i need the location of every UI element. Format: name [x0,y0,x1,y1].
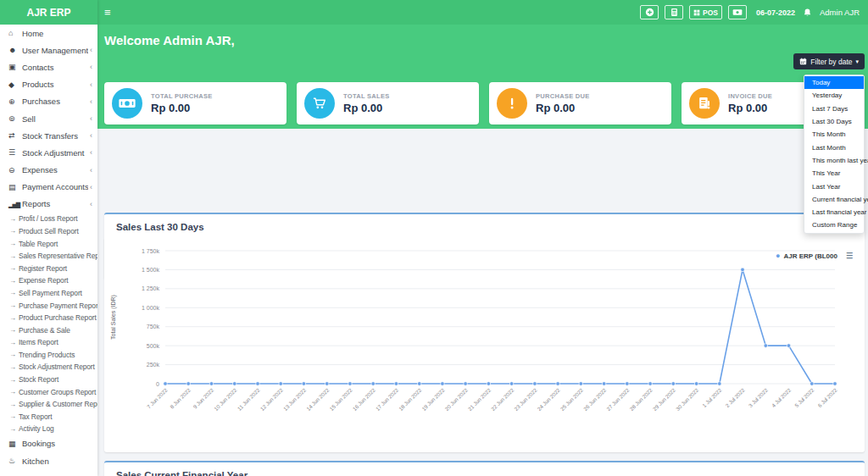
kpi-value: Rp 0.00 [536,102,590,114]
svg-text:0: 0 [156,381,159,387]
sidebar-item-label: Stock Adjustment [22,148,88,158]
svg-text:16 Jun 2022: 16 Jun 2022 [351,386,376,412]
sidebar-item-label: Contacts [22,63,88,72]
sidebar-subitem-customer-groups-report[interactable]: Customer Groups Report [0,385,97,398]
kpi-value: Rp 0.00 [151,102,213,114]
kpi-label: INVOICE DUE [728,92,772,100]
dropdown-option-current-financial-year[interactable]: Current financial year [804,193,864,206]
svg-text:25 Jun 2022: 25 Jun 2022 [559,386,585,412]
svg-text:21 Jun 2022: 21 Jun 2022 [467,386,492,412]
chevron-left-icon: ‹ [90,97,92,106]
hero-section: Welcome Admin AJR, Filter by date ▾ TOTA… [97,25,868,129]
cubes-icon: ◆ [8,80,22,89]
svg-text:1 750k: 1 750k [142,248,160,254]
svg-text:26 Jun 2022: 26 Jun 2022 [582,386,608,412]
sidebar-item-stock-adjustment[interactable]: ☰Stock Adjustment‹ [0,144,97,161]
fire-icon: ♨ [8,457,22,465]
sidebar-subitem-supplier-customer-report[interactable]: Supplier & Customer Report [0,398,97,411]
sidebar-subitem-tax-report[interactable]: Tax Report [0,411,97,423]
sidebar-item-user-management[interactable]: ☻User Management‹ [0,42,97,58]
dropdown-option-last-month[interactable]: Last Month [804,141,864,153]
kpi-value: Rp 0.00 [343,102,390,114]
sidebar-item-kitchen[interactable]: ♨Kitchen [0,452,97,469]
svg-text:4 Jul 2022: 4 Jul 2022 [771,386,793,408]
svg-text:19 Jun 2022: 19 Jun 2022 [420,386,446,412]
sidebar-subitem-product-sell-report[interactable]: Product Sell Report [0,225,97,238]
svg-text:2 Jul 2022: 2 Jul 2022 [724,386,746,408]
cash-register-button[interactable] [728,5,747,19]
sidebar-subitem-stock-adjustment-report[interactable]: Stock Adjustment Report [0,361,97,374]
button-label: POS [703,8,718,17]
dropdown-option-this-month[interactable]: This Month [804,128,864,141]
sidebar-item-expenses[interactable]: ⊖Expenses‹ [0,162,97,179]
dropdown-option-last-financial-year[interactable]: Last financial year [804,206,864,219]
svg-text:750k: 750k [147,324,160,329]
sidebar-item-label: Bookings [22,439,92,448]
sidebar-item-products[interactable]: ◆Products‹ [0,76,97,93]
dropdown-option-this-year[interactable]: This Year [804,167,864,180]
sidebar-subitem-purchase-sale[interactable]: Purchase & Sale [0,324,97,336]
sidebar-subitem-items-report[interactable]: Items Report [0,336,97,349]
svg-text:Total Sales (IDR): Total Sales (IDR) [110,295,117,340]
dropdown-option-last-7-days[interactable]: Last 7 Days [804,102,864,115]
sidebar-subitem-profit-loss-report[interactable]: Profit / Loss Report [0,213,97,225]
svg-text:11 Jun 2022: 11 Jun 2022 [236,386,261,411]
svg-text:24 Jun 2022: 24 Jun 2022 [536,386,561,412]
kpi-label: TOTAL PURCHASE [151,92,213,100]
welcome-heading: Welcome Admin AJR, [104,33,868,47]
chevron-left-icon: ‹ [90,63,92,71]
dropdown-option-custom-range[interactable]: Custom Range [804,219,864,231]
topbar: ≡ POS 06-07-2022 Admin AJR [97,0,868,25]
sidebar-item-purchases[interactable]: ⊕Purchases‹ [0,93,97,110]
sidebar-item-bookings[interactable]: ▦Bookings [0,435,97,452]
sidebar-subitem-stock-report[interactable]: Stock Report [0,374,97,386]
calculator-button[interactable] [665,5,683,19]
dropdown-option-this-month-last-year[interactable]: This month last year [804,154,864,167]
plus-circle-icon [645,8,654,17]
sidebar-item-label: Expenses [22,165,88,174]
sidebar-nav: ⌂Home☻User Management‹▣Contacts‹◆Product… [0,25,97,469]
user-menu[interactable]: Admin AJR [820,8,860,17]
current-date[interactable]: 06-07-2022 [756,8,795,17]
notifications-bell-icon[interactable] [803,8,812,18]
sidebar-subitem-purchase-payment-report[interactable]: Purchase Payment Report [0,299,97,312]
calculator-icon [670,8,678,17]
sidebar-item-reports[interactable]: ▂▅▇Reports‹ [0,196,97,213]
users-icon: ☻ [8,46,22,54]
sidebar-item-stock-transfers[interactable]: ⇄Stock Transfers‹ [0,127,97,144]
filter-by-date-button[interactable]: Filter by date ▾ [793,53,865,69]
svg-text:6 Jul 2022: 6 Jul 2022 [816,386,838,408]
sidebar-item-home[interactable]: ⌂Home [0,25,97,42]
svg-text:7 Jun 2022: 7 Jun 2022 [146,386,169,409]
svg-text:3 Jul 2022: 3 Jul 2022 [747,386,769,408]
dropdown-option-last-30-days[interactable]: Last 30 Days [804,115,864,128]
dropdown-option-today[interactable]: Today [804,76,864,89]
sidebar-subitem-product-purchase-report[interactable]: Product Purchase Report [0,312,97,324]
pos-button[interactable]: POS [689,5,722,19]
sidebar-subitem-table-report[interactable]: Table Report [0,237,97,250]
sidebar-subitem-activity-log[interactable]: Activity Log [0,423,97,435]
minus-circle-icon: ⊖ [8,166,22,174]
kpi-card-purchase-due: PURCHASE DUERp 0.00 [489,82,671,125]
sales-last-30-days-chart: 1 750k1 500k1 250k1 000k750k500k250k0Tot… [104,246,865,449]
svg-text:22 Jun 2022: 22 Jun 2022 [490,386,515,412]
sales-current-financial-year-card: Sales Current Financial Year ● AJR ERP (… [104,461,865,476]
sidebar-subitem-register-report[interactable]: Register Report [0,262,97,274]
sidebar-subitem-sell-payment-report[interactable]: Sell Payment Report [0,287,97,300]
svg-text:17 Jun 2022: 17 Jun 2022 [375,386,400,412]
sidebar-subitem-trending-products[interactable]: Trending Products [0,349,97,362]
svg-text:1 Jul 2022: 1 Jul 2022 [701,386,723,408]
dropdown-option-last-year[interactable]: Last Year [804,180,864,192]
sidebar-item-label: Products [22,80,88,89]
kpi-card-total-purchase: TOTAL PURCHASERp 0.00 [104,82,287,125]
sidebar-item-payment-accounts[interactable]: ▤Payment Accounts‹ [0,179,97,196]
app-brand: AJR ERP [0,0,97,25]
sidebar-item-sell[interactable]: ⊚Sell‹ [0,110,97,127]
sidebar-subitem-sales-representative-report[interactable]: Sales Representative Report [0,250,97,263]
svg-text:12 Jun 2022: 12 Jun 2022 [259,386,284,412]
sidebar-item-contacts[interactable]: ▣Contacts‹ [0,58,97,75]
sidebar-subitem-expense-report[interactable]: Expense Report [0,274,97,287]
sidebar-toggle-icon[interactable]: ≡ [104,6,111,19]
dropdown-option-yesterday[interactable]: Yesterday [804,89,864,102]
add-button[interactable] [640,5,659,19]
